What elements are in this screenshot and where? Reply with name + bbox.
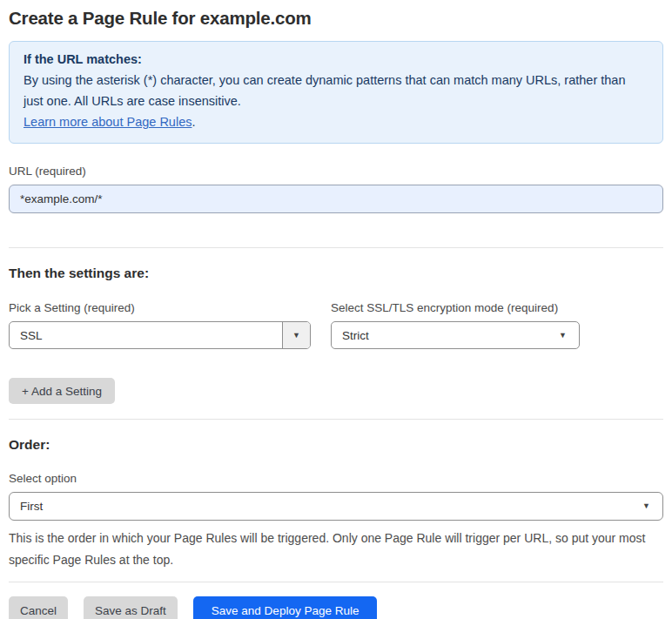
order-select-label: Select option: [9, 472, 663, 485]
setting-picker-label: Pick a Setting (required): [9, 301, 311, 314]
divider: [9, 419, 663, 420]
order-select[interactable]: First ▼: [9, 492, 663, 521]
save-and-deploy-button[interactable]: Save and Deploy Page Rule: [193, 596, 378, 619]
footer-actions: Cancel Save as Draft Save and Deploy Pag…: [9, 596, 663, 619]
info-box-body: By using the asterisk (*) character, you…: [24, 70, 633, 111]
add-setting-button[interactable]: + Add a Setting: [9, 378, 115, 404]
setting-picker-select[interactable]: SSL ▼: [9, 321, 311, 349]
divider: [9, 582, 663, 582]
order-select-value: First: [20, 500, 43, 513]
setting-picker-value: SSL: [10, 322, 282, 348]
page-title: Create a Page Rule for example.com: [9, 8, 663, 29]
url-label: URL (required): [9, 165, 663, 178]
chevron-down-icon: ▼: [292, 332, 300, 340]
info-box-link-line: Learn more about Page Rules.: [24, 111, 648, 132]
mode-picker-column: Select SSL/TLS encryption mode (required…: [331, 301, 580, 349]
chevron-down-icon: ▼: [642, 502, 650, 510]
settings-row: Pick a Setting (required) SSL ▼ Select S…: [9, 301, 663, 349]
save-as-draft-button[interactable]: Save as Draft: [84, 596, 178, 619]
info-box-heading: If the URL matches:: [24, 49, 648, 70]
mode-picker-select[interactable]: Strict ▼: [331, 321, 580, 349]
order-help-text: This is the order in which your Page Rul…: [9, 528, 653, 571]
link-period: .: [192, 115, 195, 129]
settings-heading: Then the settings are:: [9, 265, 663, 281]
mode-picker-value: Strict: [342, 329, 369, 342]
learn-more-link[interactable]: Learn more about Page Rules: [24, 115, 192, 129]
mode-picker-label: Select SSL/TLS encryption mode (required…: [331, 301, 580, 314]
url-match-info-box: If the URL matches: By using the asteris…: [9, 41, 663, 144]
divider: [9, 247, 663, 248]
setting-picker-arrow-button[interactable]: ▼: [282, 322, 310, 348]
chevron-down-icon: ▼: [559, 332, 567, 340]
order-heading: Order:: [9, 436, 663, 453]
setting-picker-column: Pick a Setting (required) SSL ▼: [9, 301, 311, 349]
create-page-rule-form: Create a Page Rule for example.com If th…: [0, 0, 672, 619]
url-input[interactable]: [9, 185, 663, 213]
cancel-button[interactable]: Cancel: [9, 596, 68, 619]
